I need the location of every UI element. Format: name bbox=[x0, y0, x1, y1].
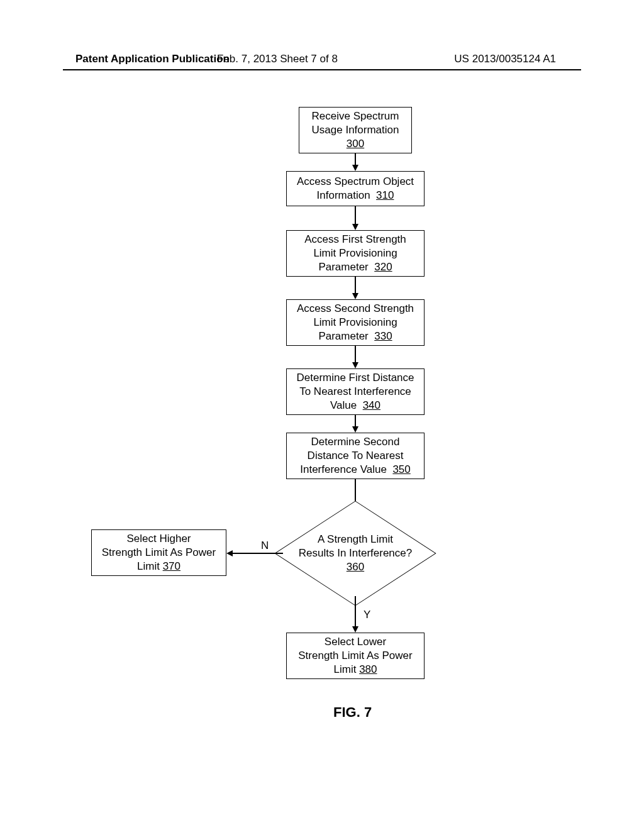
step-340-line2: To Nearest Interference bbox=[299, 385, 411, 399]
arrowhead-360-380 bbox=[352, 626, 358, 633]
step-380-line1: Select Lower bbox=[325, 635, 386, 649]
step-350-ref: 350 bbox=[392, 463, 410, 475]
arrow-320-330 bbox=[355, 277, 356, 294]
step-310: Access Spectrum Object Information 310 bbox=[286, 171, 425, 206]
step-320-ref: 320 bbox=[374, 261, 392, 273]
step-380-ref: 380 bbox=[359, 663, 377, 675]
step-310-ref: 310 bbox=[376, 189, 394, 201]
arrow-310-320 bbox=[355, 206, 356, 225]
figure-label: FIG. 7 bbox=[333, 704, 372, 721]
flowchart: Receive Spectrum Usage Information 300 A… bbox=[0, 101, 644, 761]
arrowhead-310-320 bbox=[352, 224, 358, 230]
step-370-line3: Limit bbox=[137, 560, 160, 572]
decision-360-text: A Strength Limit Results In Interference… bbox=[299, 533, 412, 574]
step-300-ref: 300 bbox=[347, 137, 364, 151]
step-380-line3: Limit bbox=[333, 663, 356, 675]
step-380: Select Lower Strength Limit As Power Lim… bbox=[286, 633, 425, 679]
step-310-line2: Information bbox=[317, 189, 370, 201]
arrowhead-360-370 bbox=[226, 550, 233, 556]
header-center: Feb. 7, 2013 Sheet 7 of 8 bbox=[217, 53, 338, 65]
arrowhead-300-310 bbox=[352, 165, 358, 171]
step-320-line3: Parameter bbox=[318, 261, 368, 273]
decision-360: A Strength Limit Results In Interference… bbox=[280, 509, 431, 597]
step-370-line2: Strength Limit As Power bbox=[102, 546, 216, 560]
step-340-ref: 340 bbox=[363, 399, 380, 411]
arrow-360-370 bbox=[233, 553, 283, 554]
arrowhead-330-340 bbox=[352, 362, 358, 368]
arrow-340-350 bbox=[355, 415, 356, 428]
arrow-360-380 bbox=[355, 596, 356, 628]
step-300: Receive Spectrum Usage Information 300 bbox=[299, 107, 412, 153]
decision-360-line1: A Strength Limit bbox=[299, 533, 412, 546]
decision-360-ref: 360 bbox=[299, 560, 412, 574]
step-300-line1: Receive Spectrum bbox=[312, 109, 399, 123]
step-330-line2: Limit Provisioning bbox=[313, 316, 397, 329]
arrowhead-340-350 bbox=[352, 426, 358, 433]
step-330: Access Second Strength Limit Provisionin… bbox=[286, 299, 425, 346]
step-320: Access First Strength Limit Provisioning… bbox=[286, 230, 425, 277]
step-330-line3: Parameter bbox=[318, 330, 368, 342]
decision-360-line2: Results In Interference? bbox=[299, 546, 412, 560]
step-340-line3: Value bbox=[330, 399, 357, 411]
decision-yes-label: Y bbox=[364, 609, 370, 621]
step-370-line1: Select Higher bbox=[126, 532, 191, 546]
step-310-line1: Access Spectrum Object bbox=[297, 175, 414, 189]
step-320-line1: Access First Strength bbox=[304, 233, 406, 246]
step-350-line1: Determine Second bbox=[311, 435, 400, 449]
header-right: US 2013/0035124 A1 bbox=[454, 53, 556, 65]
step-350-line3: Interference Value bbox=[300, 463, 387, 475]
step-340-line1: Determine First Distance bbox=[296, 371, 414, 385]
header-divider bbox=[63, 69, 581, 70]
step-320-line2: Limit Provisioning bbox=[313, 246, 397, 260]
step-330-line1: Access Second Strength bbox=[297, 302, 414, 316]
step-380-line2: Strength Limit As Power bbox=[298, 649, 412, 663]
header-left: Patent Application Publication bbox=[75, 53, 230, 65]
arrowhead-320-330 bbox=[352, 293, 358, 299]
step-370-ref: 370 bbox=[163, 560, 180, 572]
step-350-line2: Distance To Nearest bbox=[308, 449, 404, 463]
step-340: Determine First Distance To Nearest Inte… bbox=[286, 368, 425, 415]
arrow-330-340 bbox=[355, 346, 356, 363]
step-370: Select Higher Strength Limit As Power Li… bbox=[91, 529, 226, 576]
arrow-300-310 bbox=[355, 153, 356, 166]
step-330-ref: 330 bbox=[374, 330, 392, 342]
decision-no-label: N bbox=[261, 540, 269, 552]
step-350: Determine Second Distance To Nearest Int… bbox=[286, 433, 425, 479]
step-300-line2: Usage Information bbox=[312, 123, 399, 137]
